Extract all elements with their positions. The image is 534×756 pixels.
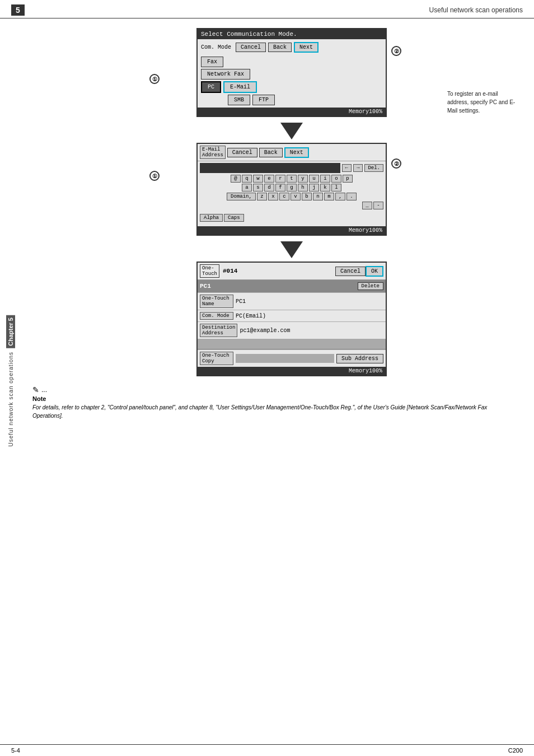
key-x[interactable]: x bbox=[268, 193, 278, 200]
panel2-cancel-button[interactable]: Cancel bbox=[227, 148, 257, 157]
caps-button[interactable]: Caps bbox=[224, 214, 244, 222]
alpha-button[interactable]: Alpha bbox=[200, 214, 223, 222]
panel3-spacer-row bbox=[198, 339, 386, 349]
key-o[interactable]: o bbox=[331, 175, 341, 183]
panel2-wrapper: ② ① E-MailAddress Cancel Back Next ← bbox=[163, 143, 387, 236]
panel1-area: ② ① Select Communication Mode. Com. Mode… bbox=[27, 28, 523, 117]
page-footer: 5-4 C200 bbox=[0, 744, 534, 756]
key-h[interactable]: h bbox=[298, 184, 308, 192]
key-f[interactable]: f bbox=[275, 184, 285, 192]
key-u[interactable]: u bbox=[309, 175, 319, 183]
dest-addr-row: DestinationAddress pc1@example.com bbox=[198, 322, 386, 339]
panel3-cancel-button[interactable]: Cancel bbox=[335, 267, 366, 276]
page-header: 5 Useful network scan operations bbox=[0, 0, 534, 18]
key-m[interactable]: m bbox=[324, 193, 334, 200]
key-s[interactable]: s bbox=[253, 184, 263, 192]
panel3-wrapper: One-Touch #014 Cancel OK PC1 Delete One-… bbox=[163, 262, 387, 376]
panel3-name-text: PC1 bbox=[200, 283, 358, 290]
key-r[interactable]: r bbox=[275, 175, 285, 183]
panel1-back-button[interactable]: Back bbox=[268, 43, 292, 52]
panel1-next-button[interactable]: Next bbox=[294, 42, 318, 53]
key-w[interactable]: w bbox=[253, 175, 263, 183]
mode-row-fax: Fax bbox=[201, 57, 382, 67]
panel3-footer: Memory100% bbox=[198, 367, 386, 375]
key-p[interactable]: p bbox=[343, 175, 353, 183]
key-g[interactable]: g bbox=[287, 184, 297, 192]
key-j[interactable]: j bbox=[309, 184, 319, 192]
dest-addr-value: pc1@example.com bbox=[240, 328, 383, 334]
panel3-area: One-Touch #014 Cancel OK PC1 Delete One-… bbox=[27, 262, 523, 376]
fax-button[interactable]: Fax bbox=[201, 57, 223, 67]
ftp-button[interactable]: FTP bbox=[252, 95, 275, 105]
com-mode-value: PC(Email) bbox=[236, 313, 383, 319]
sidebar-chapter-label: Chapter 5 bbox=[6, 315, 15, 348]
sub-address-button[interactable]: Sub Address bbox=[336, 354, 383, 363]
panel3-name-row: PC1 Delete bbox=[198, 280, 386, 293]
key-at[interactable]: @ bbox=[231, 175, 241, 183]
circle-2-panel2: ② bbox=[391, 158, 401, 169]
circle-2-panel1: ② bbox=[391, 46, 401, 56]
arrow-right-button[interactable]: → bbox=[353, 164, 363, 172]
sidebar-section-label: Useful network scan operations bbox=[8, 352, 14, 447]
key-y[interactable]: y bbox=[298, 175, 308, 183]
email-button[interactable]: E-Mail bbox=[223, 81, 257, 93]
com-mode-label: Com. Mode bbox=[200, 312, 233, 320]
key-k[interactable]: k bbox=[320, 184, 330, 192]
key-t[interactable]: t bbox=[287, 175, 297, 183]
panel3-footer-row: One-TouchCopy Sub Address bbox=[198, 349, 386, 367]
smb-button[interactable]: SMB bbox=[228, 95, 250, 105]
delete-button[interactable]: Delete bbox=[358, 282, 383, 290]
note-dots: ... bbox=[41, 386, 47, 394]
dest-addr-label: DestinationAddress bbox=[200, 324, 237, 337]
keyboard-bottom-spacer bbox=[200, 223, 383, 225]
key-z[interactable]: z bbox=[257, 193, 267, 200]
arrow-shape-2 bbox=[280, 241, 303, 258]
panel1-titlebar: Select Communication Mode. bbox=[198, 29, 386, 39]
key-period[interactable]: . bbox=[346, 193, 357, 200]
key-i[interactable]: i bbox=[320, 175, 330, 183]
one-touch-name-row: One-TouchName PC1 bbox=[198, 293, 386, 310]
note-text: For details, refer to chapter 2, "Contro… bbox=[32, 403, 517, 420]
panel1-cancel-button[interactable]: Cancel bbox=[236, 43, 266, 52]
one-touch-name-label: One-TouchName bbox=[200, 295, 233, 308]
panel1-com-mode-label: Com. Mode bbox=[201, 44, 231, 50]
email-address-label: E-MailAddress bbox=[200, 146, 226, 159]
network-fax-button[interactable]: Network Fax bbox=[201, 69, 250, 80]
key-l[interactable]: l bbox=[331, 184, 341, 192]
keyboard: ← → Del. @ q w e r t y u bbox=[198, 161, 386, 226]
key-domain[interactable]: Domain, bbox=[227, 193, 256, 200]
header-title: Useful network scan operations bbox=[429, 6, 523, 14]
main-content: ② ① Select Communication Mode. Com. Mode… bbox=[21, 22, 534, 739]
key-n[interactable]: n bbox=[313, 193, 323, 200]
panel3-header: One-Touch #014 Cancel OK bbox=[198, 263, 386, 280]
key-v[interactable]: v bbox=[291, 193, 301, 200]
panel2-footer: Memory100% bbox=[198, 226, 386, 235]
key-row-3: Domain, z x c v b n m , . bbox=[200, 193, 383, 200]
key-c[interactable]: c bbox=[279, 193, 289, 200]
key-d[interactable]: d bbox=[264, 184, 274, 192]
key-row-1: @ q w e r t y u i o p bbox=[200, 175, 383, 183]
panel2-next-button[interactable]: Next bbox=[284, 147, 309, 158]
panel1-toolbar: Com. Mode Cancel Back Next bbox=[198, 39, 386, 55]
mode-row-smb-ftp: SMB FTP bbox=[201, 95, 382, 105]
del-button[interactable]: Del. bbox=[364, 164, 383, 172]
email-input-field[interactable] bbox=[200, 163, 340, 173]
key-hyphen[interactable]: - bbox=[373, 202, 383, 209]
key-e[interactable]: e bbox=[264, 175, 274, 183]
panel2-back-button[interactable]: Back bbox=[259, 148, 283, 157]
note-icon: ✎ bbox=[32, 385, 39, 394]
key-underscore[interactable]: _ bbox=[362, 202, 372, 209]
panel1-footer: Memory100% bbox=[198, 108, 386, 116]
key-q[interactable]: q bbox=[242, 175, 252, 183]
footer-model: C200 bbox=[508, 747, 523, 754]
pc-button[interactable]: PC bbox=[201, 81, 221, 93]
key-a[interactable]: a bbox=[242, 184, 252, 192]
mode-row-pc-email: PC E-Mail bbox=[201, 81, 382, 93]
panel3-ok-button[interactable]: OK bbox=[366, 266, 383, 277]
one-touch-copy-field bbox=[236, 354, 334, 363]
email-input-row: ← → Del. bbox=[200, 163, 383, 173]
arrow-left-button[interactable]: ← bbox=[342, 164, 352, 172]
key-b[interactable]: b bbox=[302, 193, 312, 200]
one-touch-label: One-Touch bbox=[200, 264, 219, 278]
key-comma[interactable]: , bbox=[335, 193, 345, 200]
